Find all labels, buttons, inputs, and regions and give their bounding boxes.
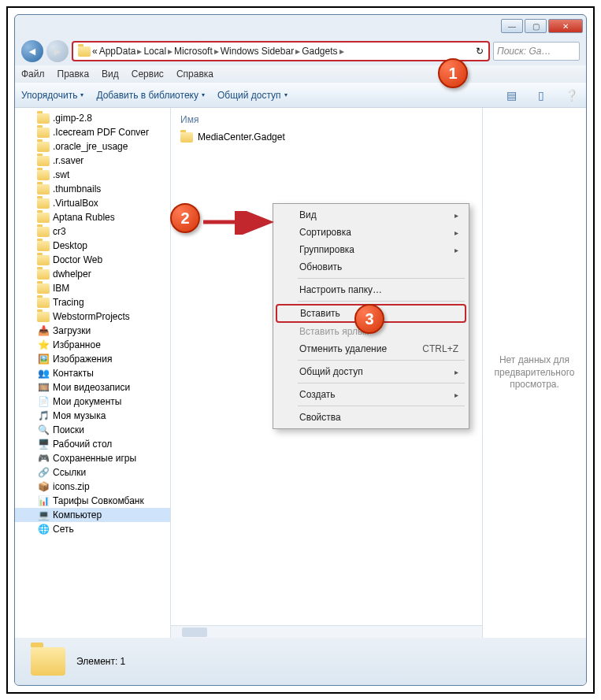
tree-item[interactable]: 🔍Поиски: [15, 423, 170, 437]
ctx-group[interactable]: Группировка▸: [276, 241, 466, 258]
separator: [298, 383, 465, 383]
tree-item[interactable]: 👥Контакты: [15, 366, 170, 380]
tree-item[interactable]: .thumbnails: [15, 182, 170, 196]
refresh-icon[interactable]: ↻: [476, 46, 484, 57]
folder-icon: [37, 170, 50, 180]
tree-item[interactable]: Aptana Rubles: [15, 210, 170, 224]
close-button[interactable]: ✕: [548, 19, 583, 33]
folder-icon: [31, 647, 65, 676]
tree-item[interactable]: 🔗Ссылки: [15, 465, 170, 480]
ctx-share[interactable]: Общий доступ▸: [276, 363, 466, 380]
command-bar: Упорядочить▾ Добавить в библиотеку▾ Общи…: [15, 83, 586, 108]
breadcrumb-segment[interactable]: Local▸: [143, 46, 173, 57]
tree-item[interactable]: dwhelper: [15, 267, 170, 281]
list-item[interactable]: MediaCenter.Gadget: [180, 130, 473, 144]
breadcrumb-segment[interactable]: AppData▸: [99, 46, 143, 57]
tree-item[interactable]: 📥Загрузки: [15, 324, 170, 338]
tree-item-label: Тарифы Совкомбанк: [53, 495, 144, 506]
tree-item[interactable]: 🖼️Изображения: [15, 352, 170, 366]
folder-icon: [37, 142, 50, 152]
ctx-properties[interactable]: Свойства: [276, 409, 466, 426]
folder-icon: [78, 46, 91, 57]
tree-item-label: Мои видеозаписи: [53, 382, 130, 393]
tree-item-label: Tracing: [53, 297, 84, 308]
cmd-share[interactable]: Общий доступ▾: [217, 90, 288, 101]
special-folder-icon: 🔗: [37, 467, 50, 478]
ctx-refresh[interactable]: Обновить: [276, 258, 466, 276]
address-bar[interactable]: « AppData▸ Local▸ Microsoft▸ Windows Sid…: [72, 41, 490, 61]
back-button[interactable]: ◄: [21, 40, 43, 62]
tree-item[interactable]: IBM: [15, 281, 170, 295]
view-options-icon[interactable]: ▤: [503, 87, 520, 104]
tree-item[interactable]: .VirtualBox: [15, 196, 170, 210]
special-folder-icon: 🖥️: [37, 439, 50, 450]
tree-item[interactable]: ⭐Избранное: [15, 338, 170, 352]
menu-view[interactable]: Вид: [102, 69, 119, 80]
tree-item-label: .thumbnails: [53, 183, 101, 194]
special-folder-icon: 🌐: [37, 524, 50, 535]
tree-item[interactable]: cr3: [15, 224, 170, 239]
special-folder-icon: 🖼️: [37, 354, 50, 365]
tree-item[interactable]: .gimp-2.8: [15, 111, 170, 125]
tree-item[interactable]: 🎞️Мои видеозаписи: [15, 380, 170, 394]
special-folder-icon: ⭐: [37, 339, 50, 350]
tree-item[interactable]: .swt: [15, 168, 170, 182]
tree-item[interactable]: 🎮Сохраненные игры: [15, 451, 170, 465]
menu-edit[interactable]: Правка: [58, 69, 90, 80]
tree-item[interactable]: 📦icons.zip: [15, 480, 170, 494]
tree-item-label: Сохраненные игры: [53, 453, 136, 464]
ctx-sort[interactable]: Сортировка▸: [276, 224, 466, 241]
cmd-organize[interactable]: Упорядочить▾: [21, 90, 83, 101]
breadcrumb-segment[interactable]: Gadgets▸: [302, 46, 343, 57]
folder-icon: [37, 113, 50, 124]
tree-item[interactable]: 📊Тарифы Совкомбанк: [15, 494, 170, 508]
tree-item-label: IBM: [53, 283, 69, 294]
tree-item[interactable]: .Icecream PDF Conver: [15, 125, 170, 139]
menu-service[interactable]: Сервис: [132, 69, 164, 80]
folder-icon: [37, 213, 50, 223]
tree-item[interactable]: Tracing: [15, 295, 170, 309]
tree-item-label: .oracle_jre_usage: [53, 141, 128, 152]
tree-item[interactable]: 🎵Моя музыка: [15, 409, 170, 423]
minimize-button[interactable]: —: [501, 19, 523, 33]
ctx-view[interactable]: Вид▸: [276, 206, 466, 224]
tree-item[interactable]: WebstormProjects: [15, 309, 170, 324]
special-folder-icon: 📄: [37, 396, 50, 407]
breadcrumb-segment[interactable]: Windows Sidebar▸: [221, 46, 300, 57]
forward-button[interactable]: ►: [46, 40, 69, 62]
preview-pane-icon[interactable]: ▯: [532, 87, 550, 104]
tree-item[interactable]: Desktop: [15, 239, 170, 253]
folder-icon: [37, 128, 50, 138]
tree-item[interactable]: .oracle_jre_usage: [15, 139, 170, 154]
folder-icon: [180, 132, 193, 143]
tree-item[interactable]: 📄Мои документы: [15, 394, 170, 409]
tree-item[interactable]: 🌐Сеть: [15, 522, 170, 536]
menu-file[interactable]: Файл: [21, 69, 45, 80]
ctx-customize-folder[interactable]: Настроить папку…: [276, 281, 466, 298]
tree-item-label: Desktop: [53, 240, 87, 251]
tree-item[interactable]: .r.saver: [15, 154, 170, 168]
search-input[interactable]: Поиск: Ga…: [493, 42, 580, 61]
annotation-badge-3: 3: [354, 304, 384, 334]
folder-icon: [37, 184, 50, 194]
menu-help[interactable]: Справка: [176, 69, 213, 80]
help-icon[interactable]: ❔: [562, 87, 580, 104]
folder-icon: [37, 312, 50, 322]
column-header-name[interactable]: Имя: [180, 114, 473, 130]
cmd-add-library[interactable]: Добавить в библиотеку▾: [96, 90, 205, 101]
special-folder-icon: 🎞️: [37, 382, 50, 393]
ctx-create[interactable]: Создать▸: [276, 386, 466, 403]
file-name: MediaCenter.Gadget: [198, 131, 285, 143]
nav-tree[interactable]: .gimp-2.8.Icecream PDF Conver.oracle_jre…: [15, 108, 171, 638]
maximize-button[interactable]: ▢: [525, 19, 547, 33]
navigation-bar: ◄ ► « AppData▸ Local▸ Microsoft▸ Windows…: [15, 37, 586, 65]
ctx-undo-delete[interactable]: Отменить удалениеCTRL+Z: [276, 340, 466, 357]
tree-item[interactable]: Doctor Web: [15, 253, 170, 267]
search-placeholder: Поиск: Ga…: [497, 46, 551, 57]
separator: [298, 360, 465, 361]
breadcrumb-segment[interactable]: Microsoft▸: [174, 46, 219, 57]
tree-item[interactable]: 🖥️Рабочий стол: [15, 437, 170, 451]
tree-item[interactable]: 💻Компьютер: [15, 508, 170, 522]
tree-item-label: Поиски: [53, 424, 84, 435]
horizontal-scrollbar[interactable]: [171, 625, 482, 638]
